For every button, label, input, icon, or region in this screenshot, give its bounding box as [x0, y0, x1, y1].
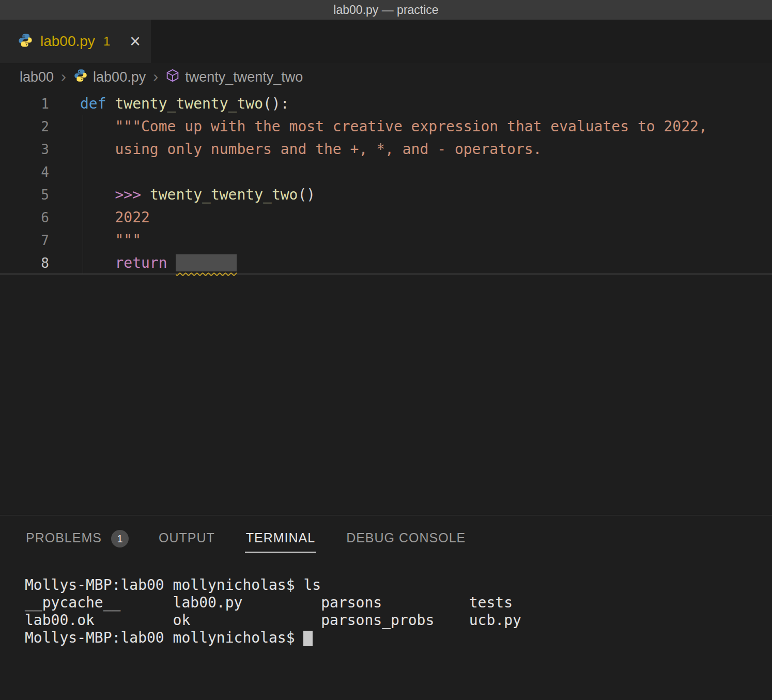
line-number: 3 — [0, 138, 49, 161]
snippet-placeholder[interactable] — [176, 254, 237, 271]
panel-tabs: PROBLEMS1OUTPUTTERMINALDEBUG CONSOLE — [0, 515, 772, 562]
panel-tab-debug-console[interactable]: DEBUG CONSOLE — [345, 515, 467, 562]
line-number: 5 — [0, 184, 49, 206]
code-line-5[interactable]: 5 >>> twenty_twenty_two() — [0, 184, 772, 206]
panel-tab-label: DEBUG CONSOLE — [345, 525, 467, 553]
breadcrumb-symbol[interactable]: twenty_twenty_two — [165, 68, 303, 86]
breadcrumb-file[interactable]: lab00.py — [73, 68, 146, 86]
code-token: >>> — [115, 186, 141, 203]
code-token — [80, 118, 115, 135]
panel-tab-terminal[interactable]: TERMINAL — [245, 515, 316, 562]
code-token — [80, 254, 115, 271]
breadcrumb-file-label: lab00.py — [93, 69, 146, 85]
code-line-2[interactable]: 2 """Come up with the most creative expr… — [0, 115, 772, 138]
code-text: def twenty_twenty_two(): — [80, 93, 289, 115]
code-editor[interactable]: 1def twenty_twenty_two():2 """Come up wi… — [0, 92, 772, 515]
terminal-line: Mollys-MBP:lab00 mollynicholas$ ls — [25, 576, 772, 594]
terminal-line: Mollys-MBP:lab00 mollynicholas$ — [25, 629, 772, 647]
line-number: 8 — [0, 252, 49, 273]
terminal-line: __pycache__ lab00.py parsons tests — [25, 594, 772, 612]
code-token — [80, 209, 115, 226]
code-token: () — [298, 186, 315, 203]
panel-tab-problems[interactable]: PROBLEMS1 — [25, 515, 129, 562]
breadcrumb-folder-label: lab00 — [20, 69, 54, 85]
code-token: twenty_twenty_two — [150, 186, 298, 203]
code-line-6[interactable]: 6 2022 — [0, 206, 772, 229]
code-line-7[interactable]: 7 """ — [0, 229, 772, 252]
code-token: def — [80, 95, 106, 112]
code-token — [80, 141, 115, 158]
panel-tab-label: OUTPUT — [158, 525, 216, 553]
code-text: return — [80, 252, 237, 273]
panel-tab-label: PROBLEMS — [25, 525, 103, 553]
symbol-namespace-icon — [165, 68, 180, 86]
terminal-text: __pycache__ lab00.py parsons tests — [25, 594, 513, 611]
line-number: 7 — [0, 229, 49, 252]
tab-filename: lab00.py — [40, 33, 95, 50]
editor-tab-strip: lab00.py 1 × — [0, 20, 772, 63]
code-token — [167, 254, 176, 271]
code-text: """Come up with the most creative expres… — [80, 115, 707, 138]
code-line-3[interactable]: 3 using only numbers and the +, *, and -… — [0, 138, 772, 161]
code-token — [141, 186, 150, 203]
code-token: return — [115, 254, 167, 271]
code-token — [106, 95, 115, 112]
code-token: """ — [115, 232, 141, 249]
terminal-line: lab00.ok ok parsons_probs ucb.py — [25, 612, 772, 629]
python-icon — [73, 68, 88, 86]
window-title: lab00.py — practice — [333, 3, 438, 17]
editor-lines: 1def twenty_twenty_two():2 """Come up wi… — [0, 93, 772, 275]
terminal-text: Mollys-MBP:lab00 mollynicholas$ — [25, 629, 303, 646]
breadcrumb-folder[interactable]: lab00 — [20, 69, 54, 85]
code-token — [80, 186, 115, 203]
chevron-right-icon: › — [60, 68, 67, 87]
code-text: 2022 — [80, 206, 150, 229]
code-line-4[interactable]: 4 — [0, 161, 772, 184]
line-number: 6 — [0, 206, 49, 229]
code-text: """ — [80, 229, 141, 252]
breadcrumb-symbol-label: twenty_twenty_two — [185, 69, 303, 85]
code-token: """Come up with the most creative expres… — [115, 118, 707, 135]
code-text: using only numbers and the +, *, and - o… — [80, 138, 542, 161]
tab-close-button[interactable]: × — [130, 32, 141, 51]
code-token: (): — [263, 95, 289, 112]
code-token: 2022 — [115, 209, 149, 226]
code-token — [80, 232, 115, 249]
chevron-right-icon: › — [152, 68, 159, 87]
terminal-cursor — [303, 631, 313, 646]
terminal-text: Mollys-MBP:lab00 mollynicholas$ ls — [25, 576, 321, 594]
tab-problems-badge: 1 — [103, 34, 110, 49]
terminal-text: lab00.ok ok parsons_probs ucb.py — [25, 612, 521, 629]
terminal-output[interactable]: Mollys-MBP:lab00 mollynicholas$ ls__pyca… — [0, 562, 772, 647]
panel-tab-label: TERMINAL — [245, 525, 316, 553]
code-token: using only numbers and the +, *, and - o… — [115, 141, 542, 158]
tab-lab00-py[interactable]: lab00.py 1 × — [0, 20, 151, 63]
breadcrumb: lab00 › lab00.py › twenty_twenty_two — [0, 63, 772, 92]
window-titlebar: lab00.py — practice — [0, 0, 772, 20]
problems-count-badge: 1 — [111, 530, 129, 547]
line-number: 2 — [0, 115, 49, 138]
code-line-8[interactable]: 8 return — [0, 252, 772, 275]
code-text: >>> twenty_twenty_two() — [80, 184, 315, 206]
python-icon — [18, 33, 33, 50]
indent-guide — [83, 115, 83, 275]
line-number: 1 — [0, 93, 49, 115]
bottom-panel: PROBLEMS1OUTPUTTERMINALDEBUG CONSOLE Mol… — [0, 515, 772, 700]
panel-tab-output[interactable]: OUTPUT — [158, 515, 216, 562]
line-number: 4 — [0, 161, 49, 184]
code-line-1[interactable]: 1def twenty_twenty_two(): — [0, 93, 772, 115]
code-token: twenty_twenty_two — [115, 95, 263, 112]
